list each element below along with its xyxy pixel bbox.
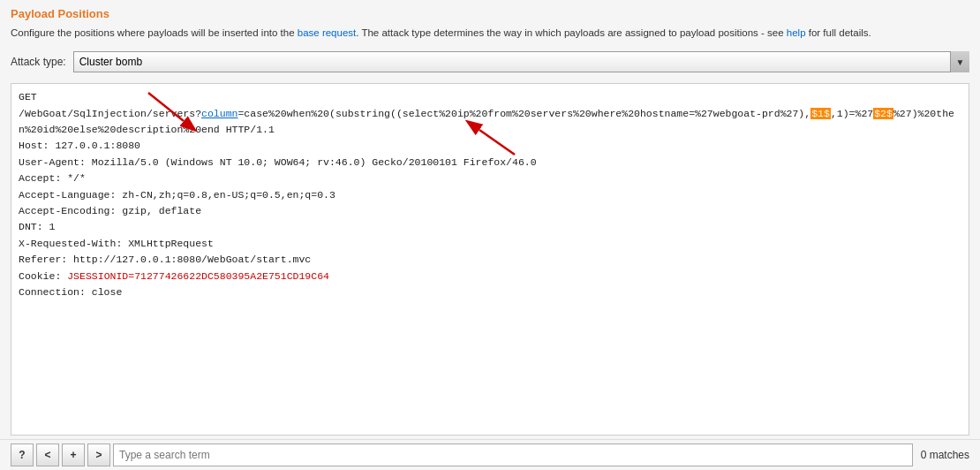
base-request-link[interactable]: base request [298,27,357,38]
search-input[interactable] [113,443,913,466]
attack-type-select[interactable]: Sniper Battering ram Pitchfork Cluster b… [73,51,969,72]
prev-button[interactable]: < [36,443,59,466]
payload-marker-1: $1$ [810,108,831,119]
attack-type-row: Attack type: Sniper Battering ram Pitchf… [0,51,980,78]
payload-marker-2: $2$ [873,108,893,119]
header: Payload Positions Configure the position… [0,0,980,51]
next-button[interactable]: > [87,443,110,466]
request-content-area: GET /WebGoat/SqlInjection/servers?column… [11,83,969,436]
request-text[interactable]: GET /WebGoat/SqlInjection/servers?column… [11,84,969,435]
main-container: Payload Positions Configure the position… [0,0,980,470]
help-button[interactable]: ? [11,443,34,466]
attack-type-select-wrapper[interactable]: Sniper Battering ram Pitchfork Cluster b… [73,51,969,72]
page-title: Payload Positions [11,7,969,20]
attack-type-label: Attack type: [11,56,66,68]
help-link[interactable]: help [787,27,806,38]
bottom-toolbar: ? < + > 0 matches [0,439,980,470]
header-description: Configure the positions where payloads w… [11,26,969,41]
matches-count: 0 matches [921,449,969,461]
cookie-value: JSESSIONID=71277426622DC580395A2E751CD19… [67,270,329,282]
column-param: column [201,108,237,119]
add-button[interactable]: + [62,443,85,466]
